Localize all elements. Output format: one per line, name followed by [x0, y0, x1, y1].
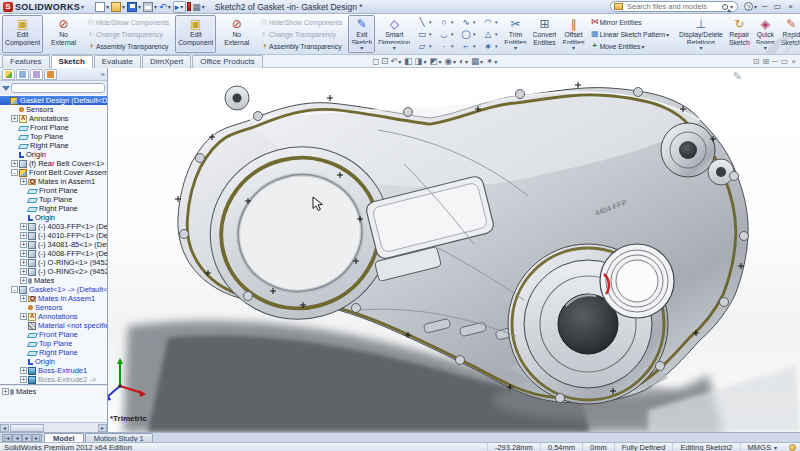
tree-item[interactable]: Origin: [0, 150, 107, 159]
tree-expand-toggle[interactable]: +: [20, 223, 27, 230]
open-caret-icon[interactable]: ▾: [122, 3, 125, 10]
tree-item[interactable]: +Annotations: [0, 312, 107, 321]
move-caret-icon[interactable]: ▾: [641, 43, 644, 50]
search-magnifier-icon[interactable]: [722, 4, 728, 10]
edit-component-button[interactable]: ▣ Edit Component: [175, 15, 216, 53]
display-delete-relations-button[interactable]: ⊥ Display/Delete Relations ▾: [676, 15, 726, 53]
tree-item[interactable]: +Annotations: [0, 114, 107, 123]
minimize-button[interactable]: ─: [758, 0, 771, 13]
units-selector[interactable]: MMGS ▾: [740, 443, 785, 451]
tree-item[interactable]: Right Plane: [0, 348, 107, 357]
tree-item[interactable]: +Mates in Assem1: [0, 177, 107, 186]
tree-filter-input[interactable]: [11, 83, 105, 93]
previous-view-button[interactable]: ↶▾: [390, 56, 402, 67]
tree-expand-toggle[interactable]: +: [20, 367, 27, 374]
sketch-fillet-caret-icon[interactable]: ▾: [473, 43, 476, 49]
corner-rectangle-tool-button[interactable]: ▭▾: [413, 28, 435, 40]
tree-expand-toggle[interactable]: +: [20, 232, 27, 239]
graphics-viewport[interactable]: 4404-FFP ✎ *Trimetric: [108, 68, 800, 432]
tab-feature-tree[interactable]: [2, 69, 15, 80]
change-transparency-button[interactable]: ◐Change Transparency: [84, 28, 171, 40]
sketch-fillet-tool-button[interactable]: ⌐▾: [457, 40, 479, 52]
scrollbar-thumb[interactable]: [10, 424, 44, 432]
tab-sketch[interactable]: Sketch: [51, 55, 93, 68]
tree-item[interactable]: Front Plane: [0, 123, 107, 132]
offset-entities-button[interactable]: ∥ Offset Entities ▾: [559, 15, 587, 53]
tree-item[interactable]: Front Plane: [0, 330, 107, 339]
tree-expand-toggle[interactable]: +: [20, 178, 27, 185]
hide-show-components-button[interactable]: ◎Hide/Show Components: [84, 16, 171, 28]
new-document-button[interactable]: ▾: [95, 2, 110, 12]
search-input[interactable]: [625, 1, 722, 12]
tab-property-manager[interactable]: [16, 69, 29, 80]
ellipse-caret-icon[interactable]: ▾: [473, 31, 476, 37]
no-external-references-button[interactable]: ⊘ No External References: [43, 15, 84, 53]
polygon-tool-button[interactable]: △▾: [479, 28, 501, 40]
options-caret-icon[interactable]: ▾: [202, 3, 205, 10]
filter-funnel-icon[interactable]: [2, 86, 10, 91]
tab-features[interactable]: Features: [2, 55, 50, 68]
tree-horizontal-scrollbar[interactable]: ◄ ►: [0, 422, 107, 432]
repair-sketch-button[interactable]: ↻ Repair Sketch: [726, 15, 753, 53]
linear-sketch-pattern-button[interactable]: ▦Linear Sketch Pattern▾: [588, 28, 672, 40]
tab-office-products[interactable]: Office Products: [192, 55, 263, 68]
polygon-caret-icon[interactable]: ▾: [495, 31, 498, 37]
line-caret-icon[interactable]: ▾: [429, 19, 432, 25]
tree-item[interactable]: +Boss-Extrude1: [0, 366, 107, 375]
help-caret-icon[interactable]: ▾: [754, 3, 757, 10]
tree-expand-toggle[interactable]: +: [20, 250, 27, 257]
circle-caret-icon[interactable]: ▾: [451, 19, 454, 25]
tree-item[interactable]: -Gasket<1> -> (Default<<D: [0, 285, 107, 294]
trim-caret-icon[interactable]: ▾: [514, 44, 517, 51]
tree-item[interactable]: Top Plane: [0, 195, 107, 204]
tab-scroll-last-icon[interactable]: ►|: [32, 434, 42, 442]
corner-rectangle-caret-icon[interactable]: ▾: [429, 31, 432, 37]
tree-item[interactable]: Material <not specified>: [0, 321, 107, 330]
line-tool-button[interactable]: ╲▾: [413, 16, 435, 28]
tree-item[interactable]: +(-) 4003-FFP<1> (Defau: [0, 222, 107, 231]
scroll-left-arrow-icon[interactable]: ◄: [0, 424, 9, 432]
partial-ellipse-tool-button[interactable]: ◠▾: [479, 16, 501, 28]
zoom-to-fit-button[interactable]: ◻: [372, 56, 379, 67]
tree-expand-toggle[interactable]: +: [11, 160, 18, 167]
tree-expand-toggle[interactable]: +: [20, 268, 27, 275]
partial-ellipse-caret-icon[interactable]: ▾: [495, 19, 498, 25]
tab-scroll-prev-icon[interactable]: ◄: [12, 434, 22, 442]
tree-item[interactable]: +(-) 4008-FFP<1> (Defau: [0, 249, 107, 258]
hide-show-components-button[interactable]: ◎Hide/Show Components: [257, 16, 344, 28]
centerpoint-arc-tool-button[interactable]: ◡▾: [435, 28, 457, 40]
tab-scroll-first-icon[interactable]: |◄: [2, 434, 12, 442]
units-caret-icon[interactable]: ▾: [774, 445, 777, 451]
tree-item[interactable]: +Mates: [0, 276, 107, 285]
tree-item[interactable]: Right Plane: [0, 141, 107, 150]
tree-item[interactable]: Front Plane: [0, 186, 107, 195]
exit-sketch-button[interactable]: ✎ Exit Sketch ▾: [348, 15, 375, 53]
tab-evaluate[interactable]: Evaluate: [94, 55, 141, 68]
spline-caret-icon[interactable]: ▾: [473, 19, 476, 25]
mirror-entities-button[interactable]: ⋈Mirror Entities: [588, 16, 672, 28]
search-caret-icon[interactable]: ▾: [730, 3, 733, 10]
tree-item[interactable]: Right Plane: [0, 204, 107, 213]
print-button[interactable]: ▾: [143, 2, 158, 12]
tree-expand-toggle[interactable]: +: [2, 388, 9, 395]
panel-overflow-chevron-icon[interactable]: »: [101, 70, 105, 79]
tree-expand-toggle[interactable]: -: [11, 286, 18, 293]
window-restore-button[interactable]: ▭: [781, 56, 789, 67]
print-caret-icon[interactable]: ▾: [154, 3, 157, 10]
tree-item[interactable]: Top Plane: [0, 339, 107, 348]
smart-dimension-caret-icon[interactable]: ▾: [393, 44, 396, 51]
tree-expand-toggle[interactable]: +: [20, 295, 27, 302]
tree-expand-toggle[interactable]: +: [20, 313, 27, 320]
pattern-caret-icon[interactable]: ▾: [666, 31, 669, 38]
edit-component-button[interactable]: ▣ Edit Component: [2, 15, 43, 53]
tree-expand-toggle[interactable]: +: [20, 277, 27, 284]
tree-expand-toggle[interactable]: +: [20, 241, 27, 248]
display-style-button[interactable]: ◩▾: [429, 56, 442, 67]
offset-caret-icon[interactable]: ▾: [572, 44, 575, 51]
trim-entities-button[interactable]: ✂ Trim Entities ▾: [501, 15, 529, 53]
select-button[interactable]: ▸▾: [173, 1, 187, 13]
centerpoint-arc-caret-icon[interactable]: ▾: [451, 31, 454, 37]
close-button[interactable]: ×: [784, 0, 797, 13]
app-menu-caret-icon[interactable]: ▾: [81, 3, 84, 10]
no-external-references-button[interactable]: ⊘ No External References: [216, 15, 257, 53]
